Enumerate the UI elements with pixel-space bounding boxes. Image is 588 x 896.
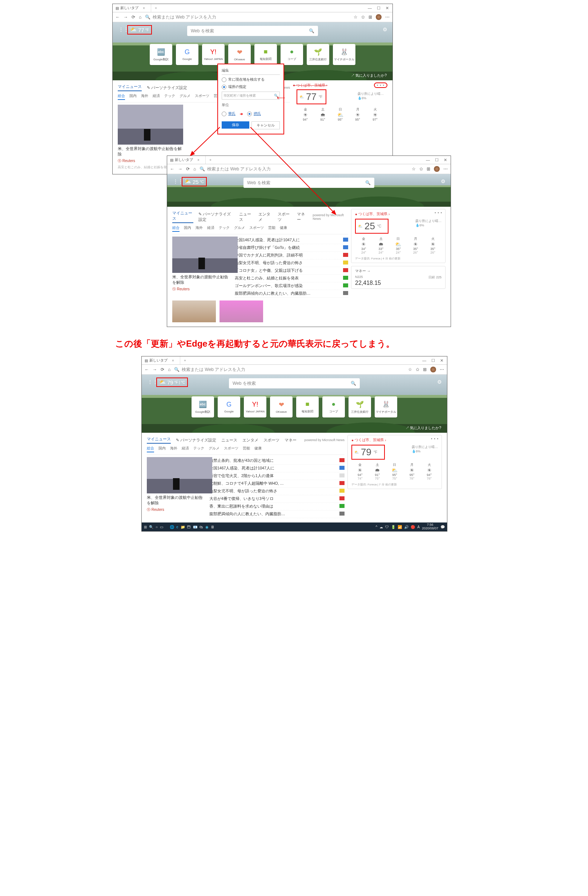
headline[interactable]: 全国1467人感染、死者は計1047人に xyxy=(235,236,348,244)
avatar[interactable] xyxy=(376,14,382,20)
minimize-icon[interactable]: — xyxy=(368,6,372,11)
headline[interactable]: 大谷が4番で復帰、いきなり3号ソロ xyxy=(209,495,344,503)
new-tab-button[interactable]: ＋ xyxy=(151,5,161,11)
subnav-item[interactable]: 健康 xyxy=(254,446,262,453)
headline[interactable]: 中国でカナダ人に死刑判決、詳細不明 xyxy=(235,252,348,259)
tile[interactable]: 🔤Google翻訳 xyxy=(192,396,214,418)
cortana-icon[interactable]: ○ xyxy=(155,525,158,529)
app-icon[interactable]: 📁 xyxy=(181,525,185,529)
subnav-item[interactable]: スポーツ xyxy=(249,225,264,232)
radio-fahrenheit[interactable]: 華氏 xyxy=(222,111,236,116)
app-icon[interactable]: 📧 xyxy=(193,525,197,529)
tile[interactable]: Y!Yahoo! JAPAN xyxy=(244,396,267,418)
subnav-item[interactable]: 経済 xyxy=(182,446,189,453)
subnav-item[interactable]: グルメ xyxy=(180,93,190,100)
tile[interactable]: GGoogle xyxy=(176,44,198,65)
gear-icon[interactable]: ⚙ xyxy=(441,178,446,184)
favorites-icon[interactable]: ✩ xyxy=(361,15,365,20)
thumbnail[interactable] xyxy=(219,300,263,322)
tile[interactable]: 🐰マイナポータル xyxy=(333,44,355,65)
headline[interactable]: 「コロナ女」と中傷、父親は頭下げる xyxy=(235,267,348,275)
headline[interactable]: 山梨女児不明、母が語った脅迫の怖さ xyxy=(209,488,344,495)
subnav-item[interactable]: 経済 xyxy=(152,93,160,100)
forecast-day[interactable]: 月☀95°78° xyxy=(404,463,421,480)
subnav-item[interactable]: テック xyxy=(193,446,204,453)
tile[interactable]: 🌱三井住友銀行 xyxy=(307,44,329,65)
hero-temp[interactable]: ⛅ 79 °F | °C xyxy=(156,378,188,387)
tile[interactable]: 🔤Google翻訳 xyxy=(150,44,172,65)
search-icon[interactable]: 🔍 xyxy=(309,28,314,34)
forecast-day[interactable]: 土🌧91°75° xyxy=(369,463,386,480)
subnav-item[interactable]: テック xyxy=(219,225,230,232)
taskview-icon[interactable]: ▭ xyxy=(160,525,163,529)
forecast-day[interactable]: 月☀95° xyxy=(349,107,366,121)
tile[interactable]: GGoogle xyxy=(218,396,240,418)
forecast-day[interactable]: 金☀94° xyxy=(297,107,314,121)
address-placeholder[interactable]: 検索または Web アドレスを入力 xyxy=(152,14,216,20)
tile[interactable]: 🌱三井住友銀行 xyxy=(349,396,371,418)
forecast-day[interactable]: 土🌧33°24° xyxy=(373,236,390,254)
forecast-day[interactable]: 日⛅35°24° xyxy=(390,236,407,254)
location-search-input[interactable]: 市区町村 / 場所を検索🔍 xyxy=(222,91,280,99)
start-icon[interactable]: ⊞ xyxy=(144,525,147,529)
forward-icon[interactable]: → xyxy=(123,15,128,20)
subnav-item[interactable]: 海外 xyxy=(170,446,177,453)
browser-tab[interactable]: ▤ 新しいタブ × xyxy=(113,4,151,12)
subnav-item[interactable]: グルメ xyxy=(234,225,245,232)
money-card[interactable]: マネー → N225日経 225 22,418.15 xyxy=(351,266,446,289)
subnav-item[interactable]: 海外 xyxy=(141,93,148,100)
headline[interactable]: 香、東出に慰謝料を求めない理由は xyxy=(209,503,344,510)
search-box[interactable]: Web を検索🔍 xyxy=(187,26,318,36)
browser-tab[interactable]: ▤ 新しいタブ × xyxy=(167,156,206,164)
headline[interactable]: 新宿で住宅火災、2階から1人の遺体 xyxy=(209,472,344,480)
thumbnail[interactable] xyxy=(172,300,216,322)
forecast-day[interactable]: 火☀94°78° xyxy=(420,463,438,480)
subnav-item[interactable]: 国内 xyxy=(129,93,137,100)
subnav-item[interactable]: 芸能 xyxy=(243,446,250,453)
search-icon[interactable]: 🔍 xyxy=(149,525,153,529)
radio-celsius[interactable]: 摂氏 xyxy=(247,111,261,116)
app-icon[interactable]: 🛍 xyxy=(200,525,203,529)
weather-menu-button[interactable]: • • • xyxy=(435,211,442,215)
subnav-item[interactable]: 海外 xyxy=(195,225,203,232)
headline[interactable]: 山梨女児不明、母が語った脅迫の怖さ xyxy=(235,259,348,267)
forecast-day[interactable]: 金☀94°74° xyxy=(352,463,369,480)
hero-temp[interactable]: ⛅ 25 °C xyxy=(182,177,207,186)
headline[interactable]: ゴールデンボンバー、歌広場淳が感染 xyxy=(235,282,348,290)
menu-icon[interactable]: ⋯ xyxy=(385,15,390,20)
subnav-item[interactable]: 総合 xyxy=(118,93,125,100)
app-icon[interactable]: 🌐 xyxy=(170,525,174,529)
gear-icon[interactable]: ⚙ xyxy=(383,26,387,32)
forecast-day[interactable]: 土🌧91° xyxy=(314,107,331,121)
app-icon[interactable]: ◉ xyxy=(205,525,209,529)
subnav-item[interactable]: 総合 xyxy=(147,446,154,453)
weather-location[interactable]: ● つくば市、茨城県 › xyxy=(355,212,442,216)
subnav-item[interactable]: スポーツ xyxy=(224,446,238,453)
forecast-day[interactable]: 月☀35°26° xyxy=(407,236,425,254)
refresh-icon[interactable]: ⟳ xyxy=(131,15,135,20)
radio-specify-location[interactable]: 場所の指定 xyxy=(222,84,280,89)
headline[interactable]: 腹部肥満傾向の人に教えたい、内臓脂肪… xyxy=(235,290,348,297)
subnav-item[interactable]: スポーツ xyxy=(195,93,209,100)
nav-mynews[interactable]: マイニュース xyxy=(118,84,142,91)
tile[interactable]: ❤OKwave xyxy=(228,44,251,65)
subnav-item[interactable]: テック xyxy=(164,93,175,100)
maximize-icon[interactable]: ☐ xyxy=(377,6,381,11)
app-icon[interactable]: 🗏 xyxy=(211,525,215,529)
forecast-day[interactable]: 日⛅95° xyxy=(331,107,349,121)
tile[interactable]: Y!Yahoo! JAPAN xyxy=(202,44,225,65)
subnav-item[interactable]: 国内 xyxy=(184,225,191,232)
tile[interactable]: ●コープ xyxy=(280,44,303,65)
news-image[interactable] xyxy=(172,236,238,273)
cancel-button[interactable]: キャンセル xyxy=(251,121,280,130)
news-image[interactable] xyxy=(147,457,212,494)
browser-tab[interactable]: ▤ 新しいタブ × xyxy=(142,357,180,364)
radio-auto-detect[interactable]: 常に現在地を検出する xyxy=(222,77,280,82)
star-icon[interactable]: ☆ xyxy=(353,15,358,20)
news-image[interactable] xyxy=(118,105,183,145)
app-icon[interactable]: 🗔 xyxy=(187,525,191,529)
tile[interactable]: ■報知新聞 xyxy=(254,44,277,65)
forecast-day[interactable]: 金☀34°24° xyxy=(355,236,373,254)
new-tab-button[interactable]: ＋ xyxy=(206,157,215,162)
home-icon[interactable]: ⌂ xyxy=(139,15,142,20)
